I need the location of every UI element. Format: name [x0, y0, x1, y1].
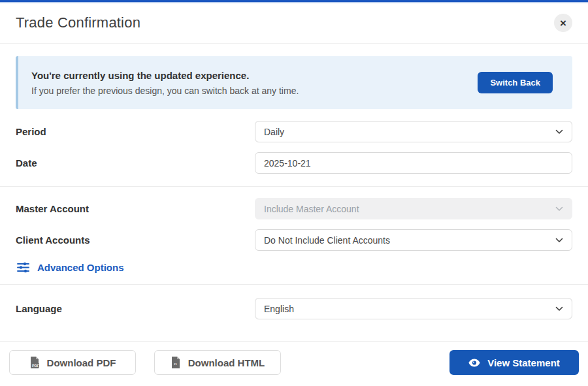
download-html-button[interactable]: ‹› Download HTML	[154, 350, 281, 375]
pdf-file-icon: PDF	[29, 357, 39, 368]
chevron-down-icon	[555, 129, 563, 135]
client-accounts-select-value: Do Not Include Client Accounts	[264, 235, 390, 246]
close-icon: ×	[560, 18, 566, 29]
date-input[interactable]	[255, 152, 572, 174]
switch-back-button[interactable]: Switch Back	[478, 72, 553, 93]
date-row: Date	[16, 152, 572, 174]
svg-text:PDF: PDF	[32, 364, 39, 368]
modal-body: You're currently using the updated exper…	[0, 44, 588, 341]
period-label: Period	[16, 126, 255, 137]
period-select-value: Daily	[264, 127, 284, 137]
language-label: Language	[16, 303, 255, 314]
master-account-label: Master Account	[16, 203, 255, 214]
language-row: Language English	[16, 298, 572, 319]
download-pdf-label: Download PDF	[47, 357, 116, 368]
banner-title: You're currently using the updated exper…	[31, 70, 299, 81]
experience-banner: You're currently using the updated exper…	[16, 56, 572, 109]
view-statement-button[interactable]: View Statement	[449, 350, 579, 375]
chevron-down-icon	[555, 206, 563, 212]
view-statement-label: View Statement	[487, 357, 560, 368]
close-button[interactable]: ×	[554, 14, 572, 32]
page-title: Trade Confirmation	[16, 14, 140, 31]
download-html-label: Download HTML	[188, 357, 265, 368]
master-account-select: Include Master Account	[255, 198, 572, 219]
eye-icon	[468, 359, 480, 367]
language-select[interactable]: English	[255, 298, 572, 319]
sliders-icon	[17, 262, 29, 273]
banner-text: You're currently using the updated exper…	[31, 70, 299, 96]
language-select-value: English	[264, 304, 294, 314]
svg-text:‹›: ‹›	[174, 362, 176, 366]
client-accounts-row: Client Accounts Do Not Include Client Ac…	[16, 229, 572, 251]
banner-subtitle: If you prefer the previous design, you c…	[31, 86, 299, 96]
modal-header: Trade Confirmation ×	[0, 3, 588, 44]
advanced-options-label: Advanced Options	[37, 262, 124, 273]
advanced-options-link[interactable]: Advanced Options	[17, 262, 124, 273]
chevron-down-icon	[555, 238, 563, 243]
date-label: Date	[16, 157, 255, 169]
download-pdf-button[interactable]: PDF Download PDF	[9, 350, 136, 375]
master-account-select-value: Include Master Account	[264, 204, 359, 214]
chevron-down-icon	[555, 306, 563, 312]
html-file-icon: ‹›	[171, 357, 180, 368]
client-accounts-label: Client Accounts	[16, 234, 255, 246]
master-account-row: Master Account Include Master Account	[16, 198, 572, 219]
period-select[interactable]: Daily	[255, 121, 572, 142]
client-accounts-select[interactable]: Do Not Include Client Accounts	[255, 229, 572, 251]
modal-footer: PDF Download PDF ‹› Download HTML View S…	[0, 341, 588, 383]
period-row: Period Daily	[16, 121, 572, 142]
